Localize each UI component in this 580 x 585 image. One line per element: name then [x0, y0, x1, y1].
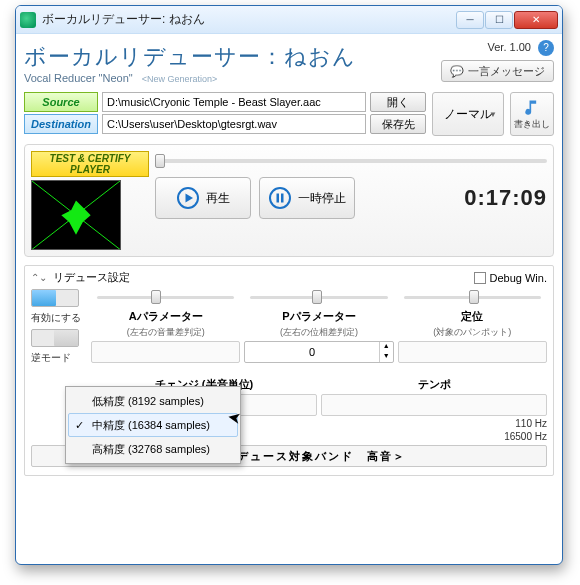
- p-param-value: 0: [245, 346, 378, 358]
- app-icon: [20, 12, 36, 28]
- help-icon[interactable]: ?: [538, 40, 554, 56]
- message-button-label: 一言メッセージ: [468, 64, 545, 79]
- p-param-slider[interactable]: [244, 289, 393, 307]
- p-param-stepper[interactable]: 0 ▲▼: [244, 341, 393, 363]
- enable-toggle[interactable]: [31, 289, 79, 307]
- menu-item-label: 低精度 (8192 samples): [92, 394, 204, 409]
- a-param-slider[interactable]: [91, 289, 240, 307]
- svg-rect-7: [281, 194, 284, 203]
- menu-item-high-precision[interactable]: 高精度 (32768 samples): [68, 437, 238, 461]
- menu-item-mid-precision[interactable]: ✓ 中精度 (16384 samples): [68, 413, 238, 437]
- pause-icon: [268, 186, 292, 210]
- a-param-label: Aパラメーター: [129, 309, 203, 324]
- step-down-icon[interactable]: ▼: [379, 352, 393, 362]
- music-note-icon: [522, 98, 542, 118]
- reverse-label: 逆モード: [31, 351, 87, 365]
- svg-marker-2: [61, 201, 90, 235]
- brand-subtitle: <New Generation>: [142, 74, 218, 84]
- tempo-label: テンポ: [418, 377, 451, 392]
- speech-bubble-icon: 💬: [450, 65, 464, 78]
- window-title: ボーカルリデューサー: ねおん: [42, 11, 456, 28]
- low-hz-label: 110 Hz: [515, 418, 547, 429]
- version-label: Ver. 1.00: [488, 41, 531, 53]
- check-icon: ✓: [75, 419, 84, 432]
- player-badge: TEST & CERTIFY PLAYER: [31, 151, 149, 177]
- enable-label: 有効にする: [31, 311, 87, 325]
- pause-button-label: 一時停止: [298, 190, 346, 207]
- pan-box[interactable]: [398, 341, 547, 363]
- menu-item-label: 中精度 (16384 samples): [92, 418, 210, 433]
- pan-label: 定位: [461, 309, 483, 324]
- debug-checkbox[interactable]: Debug Win.: [474, 272, 547, 284]
- message-button[interactable]: 💬 一言メッセージ: [441, 60, 554, 82]
- debug-label: Debug Win.: [490, 272, 547, 284]
- menu-item-low-precision[interactable]: 低精度 (8192 samples): [68, 389, 238, 413]
- a-param-sub: (左右の音量差判定): [127, 326, 205, 339]
- precision-context-menu: 低精度 (8192 samples) ✓ 中精度 (16384 samples)…: [65, 386, 241, 464]
- maximize-button[interactable]: ☐: [485, 11, 513, 29]
- time-display: 0:17:09: [451, 185, 547, 211]
- play-button[interactable]: 再生: [155, 177, 251, 219]
- brand-title-jp: ボーカルリデューサー：ねおん: [24, 42, 435, 72]
- export-button[interactable]: 書き出し: [510, 92, 554, 136]
- app-window: ボーカルリデューサー: ねおん ─ ☐ ✕ ボーカルリデューサー：ねおん Voc…: [15, 5, 563, 565]
- source-path-input[interactable]: [102, 92, 366, 112]
- source-label: Source: [24, 92, 98, 112]
- seek-slider[interactable]: [155, 151, 547, 171]
- pan-slider[interactable]: [398, 289, 547, 307]
- high-hz-label: 16500 Hz: [504, 431, 547, 442]
- tempo-box[interactable]: [321, 394, 547, 416]
- svg-marker-4: [186, 194, 194, 203]
- menu-item-label: 高精度 (32768 samples): [92, 442, 210, 457]
- scope-display: [31, 180, 121, 250]
- p-param-label: Pパラメーター: [282, 309, 355, 324]
- open-button[interactable]: 開く: [370, 92, 426, 112]
- mode-select[interactable]: ノーマル: [432, 92, 504, 136]
- svg-rect-6: [277, 194, 280, 203]
- pan-sub: (対象のパンポット): [433, 326, 511, 339]
- mode-select-value: ノーマル: [444, 106, 492, 123]
- export-button-label: 書き出し: [514, 118, 550, 131]
- svg-point-5: [270, 188, 290, 208]
- reverse-toggle[interactable]: [31, 329, 79, 347]
- titlebar: ボーカルリデューサー: ねおん ─ ☐ ✕: [16, 6, 562, 34]
- a-param-box[interactable]: [91, 341, 240, 363]
- reduce-title: リデュース設定: [53, 270, 468, 285]
- pause-button[interactable]: 一時停止: [259, 177, 355, 219]
- destination-button[interactable]: 保存先: [370, 114, 426, 134]
- checkbox-icon: [474, 272, 486, 284]
- destination-label: Destination: [24, 114, 98, 134]
- player-panel: TEST & CERTIFY PLAYER: [24, 144, 554, 257]
- close-button[interactable]: ✕: [514, 11, 558, 29]
- step-up-icon[interactable]: ▲: [379, 342, 393, 352]
- expand-icon[interactable]: ⌃⌄: [31, 272, 47, 283]
- play-button-label: 再生: [206, 190, 230, 207]
- brand-block: ボーカルリデューサー：ねおん Vocal Reducer "Neon" <New…: [24, 40, 435, 88]
- p-param-sub: (左右の位相差判定): [280, 326, 358, 339]
- brand-title-en: Vocal Reducer "Neon": [24, 72, 133, 84]
- destination-path-input[interactable]: [102, 114, 366, 134]
- play-icon: [176, 186, 200, 210]
- minimize-button[interactable]: ─: [456, 11, 484, 29]
